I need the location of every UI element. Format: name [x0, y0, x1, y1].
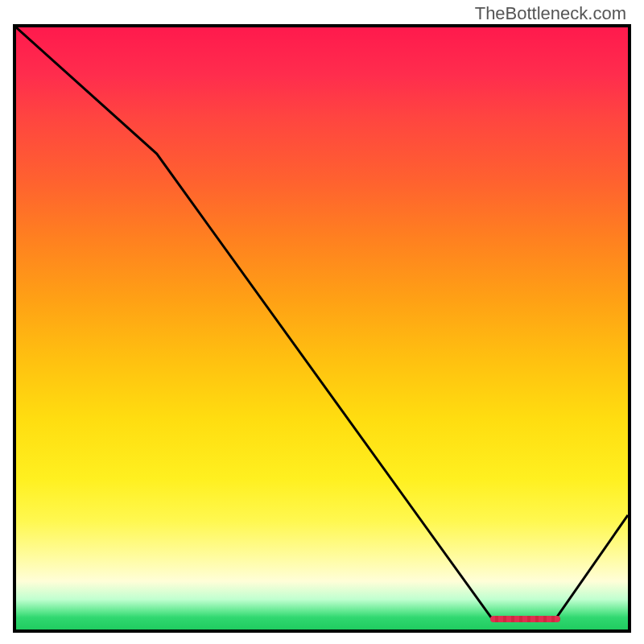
- chart-plot-area: [13, 24, 631, 633]
- chart-optimal-marker: [490, 616, 560, 622]
- chart-line-svg: [16, 27, 628, 630]
- chart-data-line: [16, 27, 628, 621]
- watermark-text: TheBottleneck.com: [475, 3, 626, 24]
